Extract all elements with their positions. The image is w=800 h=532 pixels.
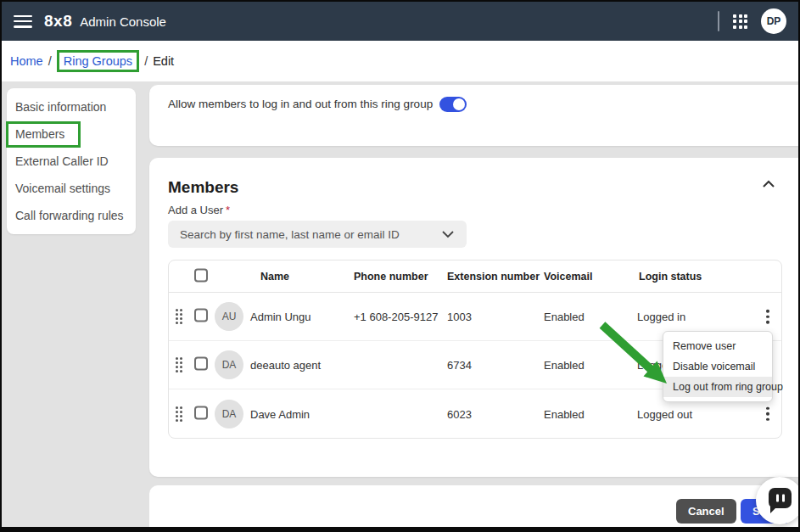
- column-header-extension: Extension number: [447, 271, 540, 283]
- row-kebab-menu-icon[interactable]: [761, 404, 775, 423]
- member-name: Dave Admin: [250, 407, 310, 420]
- column-header-login-status: Login status: [639, 271, 702, 283]
- sidebar-item-external-caller-id[interactable]: External Caller ID: [7, 148, 136, 175]
- member-voicemail: Enabled: [544, 407, 585, 420]
- avatar[interactable]: DP: [761, 8, 786, 34]
- member-voicemail: Enabled: [544, 359, 585, 372]
- drag-handle-icon[interactable]: [176, 357, 182, 372]
- chat-fab[interactable]: [756, 477, 800, 524]
- apps-grid-icon[interactable]: [733, 14, 747, 29]
- row-checkbox[interactable]: [194, 309, 208, 322]
- brand-logo: 8x8: [44, 12, 72, 31]
- member-avatar: DA: [215, 400, 243, 428]
- action-footer: Cancel Save: [149, 485, 798, 529]
- row-checkbox[interactable]: [194, 406, 208, 419]
- toggle-label: Allow members to log in and out from thi…: [168, 97, 456, 112]
- breadcrumb-current: Edit: [153, 54, 174, 68]
- topbar-divider: [718, 11, 719, 31]
- breadcrumb-ring-groups-link[interactable]: Ring Groups: [64, 54, 132, 68]
- annotation-box-ring-groups: Ring Groups: [57, 50, 139, 72]
- member-login-status: Logged out: [637, 407, 692, 420]
- chevron-up-icon[interactable]: [761, 178, 776, 190]
- drag-handle-icon[interactable]: [176, 406, 182, 422]
- app-window: 8x8 Admin Console DP Home / Ring Groups …: [0, 0, 800, 532]
- member-avatar: DA: [215, 350, 243, 379]
- member-login-status: Logged in: [637, 311, 685, 323]
- login-toggle-card: Allow members to log in and out from thi…: [149, 85, 798, 146]
- cancel-button[interactable]: Cancel: [676, 499, 736, 524]
- required-asterisk: *: [226, 204, 230, 216]
- hamburger-menu-icon[interactable]: [14, 15, 32, 28]
- member-avatar: AU: [215, 302, 243, 331]
- sidebar-item-members[interactable]: Members: [7, 120, 136, 148]
- add-user-label: Add a User*: [168, 204, 230, 216]
- add-user-search-select[interactable]: Search by first name, last name or email…: [168, 221, 467, 248]
- allow-login-toggle[interactable]: [439, 97, 467, 112]
- sidebar-item-call-forwarding-rules[interactable]: Call forwarding rules: [7, 202, 136, 229]
- member-extension: 1003: [447, 311, 472, 323]
- table-header-row: Name Phone number Extension number Voice…: [169, 260, 781, 293]
- column-header-name: Name: [260, 271, 289, 283]
- row-context-menu: Remove user Disable voicemail Log out fr…: [663, 331, 773, 402]
- app-title: Admin Console: [80, 14, 166, 29]
- menu-item-log-out-from-ring-group[interactable]: Log out from ring group: [663, 377, 772, 397]
- column-header-voicemail: Voicemail: [544, 271, 592, 283]
- select-all-checkbox[interactable]: [194, 268, 208, 282]
- menu-item-remove-user[interactable]: Remove user: [663, 336, 772, 356]
- member-voicemail: Enabled: [544, 311, 585, 323]
- row-checkbox[interactable]: [194, 357, 208, 371]
- sidebar-item-basic-information[interactable]: Basic information: [7, 93, 136, 120]
- drag-handle-icon[interactable]: [176, 309, 182, 324]
- row-kebab-menu-icon[interactable]: [761, 307, 775, 327]
- breadcrumb-separator: /: [144, 54, 148, 68]
- member-name: Admin Ungu: [250, 311, 311, 323]
- member-name: deeauto agent: [250, 359, 321, 372]
- chevron-down-icon: [441, 227, 455, 242]
- member-extension: 6023: [447, 407, 472, 420]
- topbar: 8x8 Admin Console DP: [2, 2, 798, 41]
- menu-item-disable-voicemail[interactable]: Disable voicemail: [663, 356, 772, 377]
- sidebar-item-voicemail-settings[interactable]: Voicemail settings: [7, 175, 136, 202]
- chat-bubble-icon: [769, 488, 792, 508]
- settings-sidebar: Basic information Members External Calle…: [7, 88, 136, 234]
- column-header-phone: Phone number: [354, 271, 428, 283]
- breadcrumb: Home / Ring Groups / Edit: [2, 41, 798, 81]
- members-section-title: Members: [168, 178, 238, 197]
- members-card: Members Add a User* Search by first name…: [149, 158, 798, 477]
- member-phone: +1 608-205-9127: [354, 311, 438, 323]
- member-extension: 6734: [447, 359, 472, 372]
- breadcrumb-home-link[interactable]: Home: [10, 54, 43, 68]
- breadcrumb-separator: /: [48, 54, 52, 68]
- search-placeholder: Search by first name, last name or email…: [180, 228, 441, 241]
